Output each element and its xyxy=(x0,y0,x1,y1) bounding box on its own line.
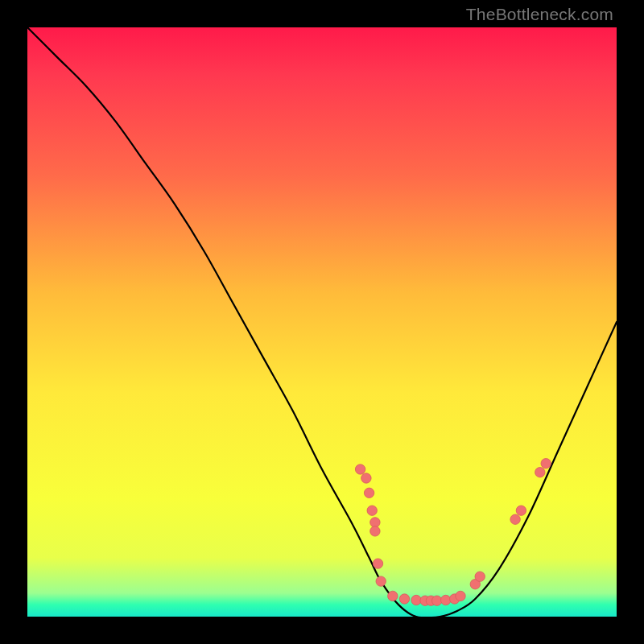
marker-group xyxy=(355,459,551,606)
data-marker xyxy=(516,506,526,515)
data-marker xyxy=(456,591,465,601)
data-marker xyxy=(370,518,380,527)
watermark-text: TheBottleneck.com xyxy=(466,5,613,24)
chart-frame: TheBottleneck.com xyxy=(0,0,644,644)
data-marker xyxy=(475,572,485,581)
curve-layer xyxy=(27,27,617,617)
data-marker xyxy=(370,526,380,536)
data-marker xyxy=(399,594,409,604)
bottleneck-curve xyxy=(27,27,617,617)
data-marker xyxy=(361,473,371,483)
data-marker xyxy=(364,488,374,497)
data-marker xyxy=(510,514,520,524)
data-marker xyxy=(541,459,551,469)
data-marker xyxy=(373,559,382,568)
data-marker xyxy=(441,595,451,605)
plot-area xyxy=(27,27,617,617)
data-marker xyxy=(432,596,442,605)
data-marker xyxy=(411,595,421,605)
data-marker xyxy=(535,468,545,477)
data-marker xyxy=(376,576,386,586)
data-marker xyxy=(367,506,377,515)
data-marker xyxy=(355,464,365,474)
data-marker xyxy=(388,591,398,601)
